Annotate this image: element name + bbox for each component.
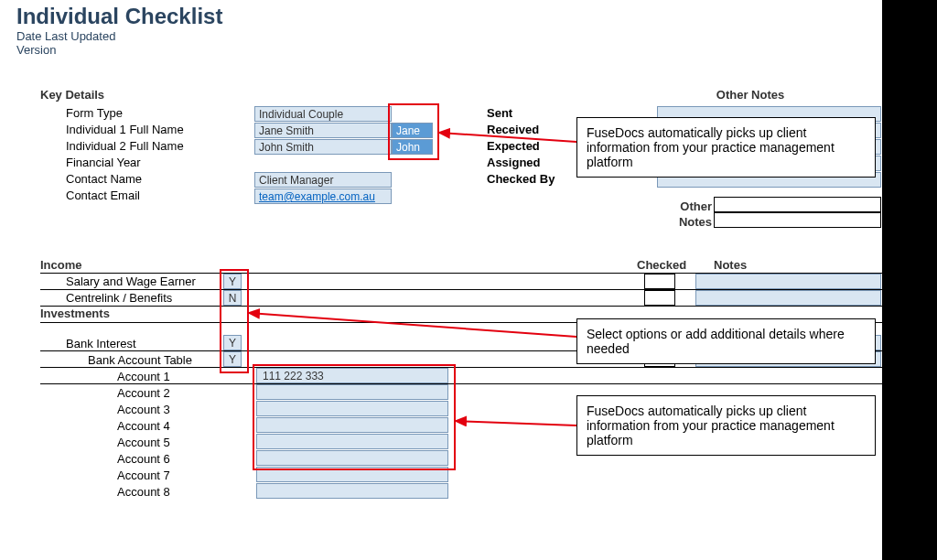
- value-account-5[interactable]: [256, 434, 448, 449]
- status-checkedby-label: Checked By: [483, 172, 555, 186]
- notes-centrelink[interactable]: [695, 290, 881, 306]
- label-contact-email: Contact Email: [66, 188, 140, 202]
- checked-header: Checked: [637, 258, 686, 272]
- label-bank-interest: Bank Interest: [66, 337, 136, 350]
- arrow-to-accounts: [456, 421, 576, 425]
- value-bank-interest[interactable]: Y: [223, 335, 242, 350]
- cell-ind1[interactable]: Jane Smith: [254, 123, 392, 138]
- label-fin-year: Financial Year: [66, 156, 141, 169]
- status-expected-label: Expected: [483, 139, 540, 153]
- other-value[interactable]: [714, 197, 881, 212]
- label-account-7: Account 7: [117, 468, 170, 482]
- cell-contact-name[interactable]: Client Manager: [254, 172, 392, 188]
- label-ind1: Individual 1 Full Name: [66, 123, 184, 136]
- callout-client-info-top: FuseDocs automatically picks up client i…: [576, 117, 876, 178]
- arrow-to-yn: [249, 313, 576, 337]
- label-account-1: Account 1: [117, 370, 170, 383]
- notes-header: Notes: [714, 258, 747, 272]
- notes-salary[interactable]: [695, 274, 881, 289]
- label-account-3: Account 3: [117, 403, 170, 416]
- page-title: Individual Checklist: [16, 4, 937, 29]
- value-account-3[interactable]: [256, 401, 448, 416]
- label-account-5: Account 5: [117, 436, 170, 449]
- label-account-8: Account 8: [117, 485, 170, 499]
- label-account-2: Account 2: [117, 386, 170, 400]
- cell-form-type[interactable]: Individual Couple: [254, 106, 392, 122]
- label-bank-acct-table: Bank Account Table: [88, 353, 192, 367]
- other-notes-header: Other Notes: [677, 88, 824, 102]
- value-account-1[interactable]: 111 222 333: [256, 368, 448, 383]
- page-right-edge: [882, 0, 937, 560]
- version-label: Version: [16, 43, 937, 57]
- checked-salary[interactable]: [644, 274, 675, 289]
- cell-contact-email[interactable]: team@example.com.au: [254, 188, 392, 204]
- value-account-7[interactable]: [256, 467, 448, 482]
- label-salary: Salary and Wage Earner: [66, 275, 196, 288]
- label-centrelink: Centrelink / Benefits: [66, 291, 172, 305]
- income-heading: Income: [40, 258, 82, 272]
- value-account-4[interactable]: [256, 417, 448, 433]
- cell-ind2[interactable]: John Smith: [254, 139, 392, 155]
- tag-ind2: John: [392, 139, 433, 155]
- investments-heading: Investments: [40, 307, 110, 320]
- label-ind2: Individual 2 Full Name: [66, 139, 184, 153]
- value-account-2[interactable]: [256, 384, 448, 400]
- callout-client-info-bottom: FuseDocs automatically picks up client i…: [576, 395, 876, 456]
- value-account-6[interactable]: [256, 450, 448, 466]
- status-sent-label: Sent: [483, 106, 512, 120]
- label-form-type: Form Type: [66, 106, 123, 120]
- status-assigned-label: Assigned: [483, 156, 541, 169]
- notes-label: Notes: [675, 215, 712, 229]
- label-account-4: Account 4: [117, 419, 170, 433]
- notes-value[interactable]: [714, 212, 881, 228]
- date-last-updated-label: Date Last Updated: [16, 29, 937, 43]
- value-bank-acct-table[interactable]: Y: [223, 351, 242, 367]
- label-contact-name: Contact Name: [66, 172, 142, 186]
- callout-select-options: Select options or add additional details…: [576, 318, 876, 364]
- tag-ind1: Jane: [392, 123, 433, 138]
- label-account-6: Account 6: [117, 452, 170, 466]
- value-salary[interactable]: Y: [223, 274, 242, 289]
- key-details-heading: Key Details: [40, 88, 104, 102]
- value-account-8[interactable]: [256, 483, 448, 499]
- other-label: Other: [675, 199, 712, 213]
- checked-centrelink[interactable]: [644, 290, 675, 306]
- status-received-label: Received: [483, 123, 539, 136]
- value-centrelink[interactable]: N: [223, 290, 242, 306]
